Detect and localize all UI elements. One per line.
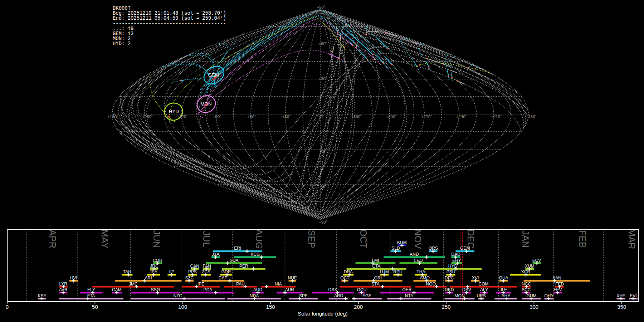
- svg-text:STA: STA: [371, 282, 379, 287]
- svg-text:AAN: AAN: [552, 275, 561, 280]
- svg-text:ELY: ELY: [87, 287, 95, 292]
- svg-text:DAD: DAD: [451, 252, 460, 257]
- svg-text:MAR: MAR: [627, 229, 637, 249]
- svg-text:AUG: AUG: [254, 229, 264, 249]
- svg-text:NTA: NTA: [405, 293, 413, 298]
- svg-text:THA: THA: [417, 269, 425, 274]
- svg-text:FEV: FEV: [553, 287, 562, 292]
- svg-text:IPE: IPE: [197, 282, 204, 287]
- svg-text:LUM: LUM: [380, 269, 389, 274]
- svg-text:+300˚: +300˚: [386, 114, 397, 119]
- svg-text:GEM: GEM: [460, 246, 470, 251]
- svg-text:OHY: OHY: [544, 293, 553, 298]
- svg-text:OCT: OCT: [340, 275, 350, 280]
- svg-text:NOO: NOO: [426, 282, 436, 287]
- svg-text:+210˚: +210˚: [491, 114, 502, 119]
- svg-text:LYR: LYR: [59, 282, 67, 287]
- svg-text:JLE: JLE: [500, 287, 507, 292]
- svg-text:ECV: ECV: [532, 258, 541, 263]
- svg-text:−30˚: −30˚: [318, 150, 326, 154]
- svg-text:FEB: FEB: [577, 230, 587, 248]
- svg-text:−90˚: −90˚: [319, 220, 327, 224]
- svg-text:100: 100: [178, 304, 187, 310]
- svg-text:NDA: NDA: [250, 293, 259, 298]
- svg-text:+30˚: +30˚: [318, 77, 327, 81]
- svg-text:JAN: JAN: [521, 230, 531, 248]
- svg-text:NCC: NCC: [522, 282, 531, 287]
- svg-text:DKD: DKD: [445, 287, 454, 292]
- svg-text:+270˚: +270˚: [421, 114, 432, 119]
- svg-text:EGE: EGE: [362, 293, 371, 298]
- svg-text:ARD: ARD: [334, 293, 343, 298]
- svg-text:CAP: CAP: [219, 275, 228, 280]
- svg-text:ORS: ORS: [429, 246, 438, 251]
- svg-text:HYD: HYD: [448, 264, 458, 269]
- svg-text:NUE: NUE: [288, 275, 297, 280]
- svg-text:SPE: SPE: [299, 293, 308, 298]
- svg-text:+180˚: +180˚: [526, 114, 537, 119]
- svg-text:OER: OER: [402, 287, 412, 292]
- svg-text:JRC: JRC: [150, 264, 158, 269]
- svg-text:FED: FED: [555, 282, 564, 287]
- svg-text:XUM: XUM: [525, 264, 535, 269]
- svg-text:XCB: XCB: [521, 269, 530, 274]
- svg-text:SSG: SSG: [151, 287, 160, 292]
- svg-text:FAN: FAN: [203, 264, 211, 269]
- svg-text:ALY: ALY: [480, 287, 488, 292]
- svg-text:CTA: CTA: [372, 264, 380, 269]
- svg-text:PAU: PAU: [236, 282, 245, 287]
- svg-text:−60˚: −60˚: [318, 185, 326, 189]
- svg-text:SZC: SZC: [185, 275, 194, 280]
- svg-text:HVI: HVI: [70, 275, 77, 280]
- svg-text:AMO: AMO: [420, 275, 429, 280]
- svg-text:COR: COR: [153, 258, 162, 263]
- svg-text:APR: APR: [48, 230, 58, 248]
- svg-text:IIP: IIP: [169, 269, 175, 274]
- svg-text:DSX: DSX: [328, 287, 337, 292]
- svg-text:MON: MON: [455, 293, 465, 298]
- svg-text:GEM: GEM: [208, 72, 219, 78]
- svg-text:+0˚: +0˚: [318, 114, 324, 119]
- svg-text:+30˚: +30˚: [282, 114, 291, 119]
- svg-text:SEP: SEP: [307, 230, 317, 248]
- svg-text:JUL: JUL: [201, 231, 211, 247]
- svg-text:+90˚: +90˚: [213, 114, 221, 119]
- svg-text:350: 350: [617, 304, 626, 310]
- svg-text:LMI: LMI: [372, 258, 379, 263]
- svg-text:OCT: OCT: [358, 229, 369, 249]
- svg-text:AVB: AVB: [59, 287, 67, 292]
- svg-text:+60˚: +60˚: [248, 114, 256, 119]
- svg-text:JMC: JMC: [129, 282, 138, 287]
- svg-text:0: 0: [6, 304, 9, 310]
- svg-text:JEA: JEA: [150, 269, 157, 274]
- svg-text:ARI: ARI: [145, 275, 152, 280]
- svg-text:TAH: TAH: [123, 269, 131, 274]
- svg-text:200: 200: [354, 304, 363, 310]
- svg-text:JXA: JXA: [212, 252, 220, 257]
- svg-text:DSV: DSV: [462, 287, 471, 292]
- svg-text:GUM: GUM: [527, 293, 537, 298]
- svg-text:PPS: PPS: [188, 269, 197, 274]
- svg-text:CAN: CAN: [190, 264, 199, 269]
- svg-text:NIA: NIA: [275, 282, 282, 287]
- svg-text:GDR: GDR: [221, 269, 231, 274]
- svg-text:SLD: SLD: [391, 246, 400, 251]
- svg-text:SCC: SCC: [522, 287, 531, 292]
- svg-text:COM: COM: [479, 282, 489, 287]
- svg-text:ORI: ORI: [374, 275, 382, 280]
- svg-text:AUR: AUR: [285, 287, 294, 292]
- svg-text:AND: AND: [410, 252, 419, 257]
- svg-text:EVI: EVI: [630, 293, 636, 298]
- svg-text:HYD: HYD: [169, 109, 179, 114]
- svg-text:FTA: FTA: [87, 293, 95, 298]
- svg-text:JUN: JUN: [152, 230, 162, 248]
- svg-text:URS: URS: [477, 293, 486, 298]
- svg-text:+60˚: +60˚: [318, 42, 327, 46]
- svg-text:+90˚: +90˚: [317, 5, 325, 9]
- svg-text:AUD: AUD: [253, 287, 263, 292]
- svg-text:MAY: MAY: [100, 229, 110, 248]
- svg-text:KSE: KSE: [38, 293, 46, 298]
- svg-text:ERI: ERI: [234, 246, 241, 251]
- svg-text:PER: PER: [239, 264, 248, 269]
- svg-text:QUA: QUA: [499, 275, 508, 280]
